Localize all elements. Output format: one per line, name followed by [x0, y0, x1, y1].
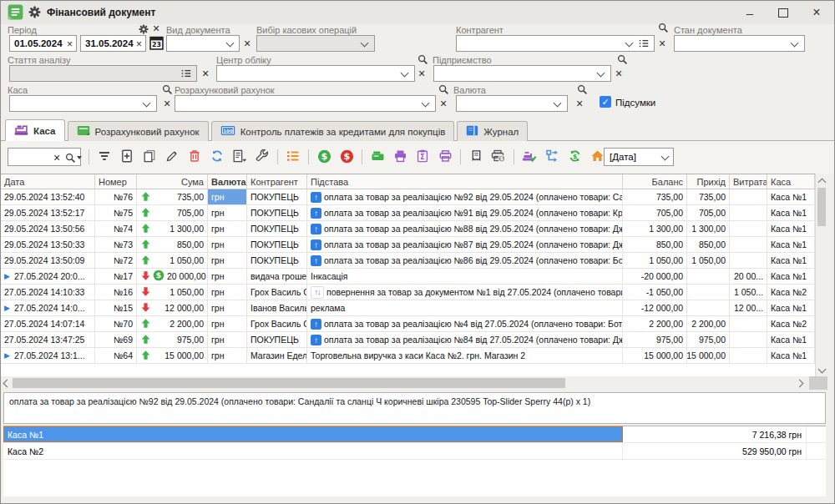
- calendar-icon[interactable]: 23: [149, 35, 164, 54]
- analysis-clear-icon[interactable]: ×: [202, 68, 209, 79]
- table-row[interactable]: 29.05.2024 13:50:09№721 050,00грнПОКУПЕЦ…: [1, 253, 815, 269]
- wrench-icon: [256, 149, 269, 166]
- tab-credits[interactable]: 100Контроль платежів за кредитами для по…: [211, 121, 455, 141]
- table-row[interactable]: 27.05.2024 13:47:25№69975,00грнПОКУПЕЦЬ↑…: [1, 332, 815, 348]
- search-icon[interactable]: [65, 152, 76, 167]
- toolbar-report-button[interactable]: [230, 149, 250, 167]
- account-clear-icon[interactable]: ×: [440, 98, 447, 109]
- maximize-button[interactable]: [774, 4, 792, 21]
- counterparty-clear-icon[interactable]: ×: [659, 38, 665, 49]
- table-row[interactable]: 29.05.2024 13:52:17№75705,00грнПОКУПЕЦЬ↑…: [1, 205, 815, 221]
- period-from-field[interactable]: 01.05.2024×: [9, 35, 77, 52]
- column-header-2[interactable]: Номер: [95, 174, 137, 189]
- tab-account[interactable]: Розрахунковий рахунок: [68, 121, 209, 141]
- cash-ops-select[interactable]: [256, 35, 375, 52]
- column-header-1[interactable]: Дата: [1, 174, 95, 189]
- cell-income: [687, 300, 730, 316]
- horizontal-scrollbar[interactable]: [1, 376, 807, 390]
- table-row[interactable]: ▶27.05.2024 14:0...№1512 000,00грнІванов…: [1, 300, 815, 316]
- table-row[interactable]: 27.05.2024 14:10:33№161 050,00грнГрох Ва…: [1, 285, 815, 300]
- vertical-scrollbar[interactable]: [815, 174, 827, 376]
- toolbar-dollar-out-button[interactable]: $: [337, 149, 357, 167]
- scroll-down-icon[interactable]: [818, 365, 827, 374]
- toolbar-cash-register-check-button[interactable]: [519, 149, 539, 167]
- period-settings-gear-icon[interactable]: [139, 23, 149, 38]
- center-select[interactable]: [216, 65, 415, 82]
- minimize-button[interactable]: –: [741, 4, 759, 21]
- cell-income: [687, 285, 730, 300]
- summary-row[interactable]: Каса №2529 950,00 грн: [3, 443, 826, 460]
- column-header-6[interactable]: Підстава: [307, 174, 623, 189]
- cell-basis: Інкасація: [307, 269, 623, 285]
- toolbar-receipt-button[interactable]: [466, 149, 486, 167]
- doc-state-select[interactable]: [674, 35, 805, 52]
- toolbar-wrench-button[interactable]: [252, 149, 272, 167]
- column-header-10[interactable]: Каса: [767, 174, 815, 189]
- toolbar-print-button[interactable]: [390, 149, 410, 167]
- column-header-8[interactable]: Прихід: [687, 174, 730, 189]
- toolbar-refresh-button[interactable]: [207, 149, 227, 167]
- summary-row[interactable]: Каса №17 216,38 грн: [3, 426, 826, 443]
- search-clear-icon[interactable]: ×: [53, 152, 60, 164]
- table-row[interactable]: ▶27.05.2024 20:0...№17$20 000,00грнвидач…: [1, 269, 815, 285]
- settings-gear-icon[interactable]: [28, 6, 41, 22]
- doc-type-select[interactable]: [166, 35, 240, 52]
- enterprise-clear-icon[interactable]: ×: [615, 68, 622, 79]
- tab-journal[interactable]: Журнал: [457, 121, 528, 141]
- toolbar-print-money-button[interactable]: $: [488, 149, 509, 167]
- sort-field-select[interactable]: [Дата]: [604, 148, 674, 166]
- table-row[interactable]: 29.05.2024 13:50:33№73850,00грнПОКУПЕЦЬ↑…: [1, 237, 815, 253]
- toolbar-print-copies-button[interactable]: [435, 149, 455, 167]
- counterparty-search-icon[interactable]: [658, 22, 669, 37]
- scroll-up-icon[interactable]: [818, 179, 827, 187]
- currency-select[interactable]: [456, 95, 568, 112]
- toolbar-copy-button[interactable]: [139, 149, 159, 167]
- scroll-right-icon[interactable]: [796, 380, 804, 388]
- period-to-field[interactable]: 31.05.2024×: [80, 35, 146, 52]
- table-row[interactable]: 29.05.2024 13:50:56№741 300,00грнПОКУПЕЦ…: [1, 221, 815, 237]
- column-header-3[interactable]: Сума: [137, 174, 208, 189]
- analysis-field[interactable]: [9, 65, 197, 82]
- toolbar-add-document-button[interactable]: [117, 149, 137, 167]
- tab-kasa[interactable]: Каса: [5, 119, 65, 141]
- toolbar-dollar-in-button[interactable]: $: [314, 149, 334, 167]
- toolbar-hierarchy-button[interactable]: [542, 149, 562, 167]
- table-row[interactable]: ▶27.05.2024 13:1...№6415 000,00грнМагази…: [1, 348, 815, 364]
- enterprise-select[interactable]: [433, 65, 611, 82]
- table-row[interactable]: 29.05.2024 13:52:40№76735,00грнПОКУПЕЦЬ↑…: [1, 189, 815, 205]
- column-header-9[interactable]: Витрата: [730, 174, 767, 189]
- toolbar-list-button[interactable]: [283, 149, 303, 167]
- toolbar-filter-button[interactable]: [94, 149, 114, 167]
- scroll-left-icon[interactable]: [3, 380, 12, 388]
- expand-row-icon[interactable]: ▶: [4, 351, 10, 360]
- kasa-clear-icon[interactable]: ×: [164, 98, 170, 109]
- period-clear-icon[interactable]: ×: [153, 23, 159, 34]
- column-header-7[interactable]: Баланс: [623, 174, 687, 189]
- doc-type-clear-icon[interactable]: ×: [244, 38, 250, 49]
- toolbar-edit-button[interactable]: [162, 149, 182, 167]
- horizontal-scroll-thumb[interactable]: [13, 378, 565, 388]
- center-clear-icon[interactable]: ×: [418, 68, 425, 79]
- toolbar-exchange-money-button[interactable]: $: [564, 149, 584, 167]
- kasa-select[interactable]: [9, 95, 157, 112]
- currency-clear-icon[interactable]: ×: [576, 98, 583, 109]
- toolbar-report-sigma-button[interactable]: Σ: [412, 149, 433, 167]
- table-row[interactable]: 27.05.2024 14:07:14№702 200,00грнГрох Ва…: [1, 316, 815, 332]
- toolbar-search-input[interactable]: ×: [8, 148, 81, 166]
- expand-row-icon[interactable]: ▶: [4, 272, 10, 280]
- account-select[interactable]: [175, 95, 436, 112]
- expand-row-icon[interactable]: ▶: [4, 304, 10, 312]
- counterparty-combo[interactable]: [456, 35, 655, 52]
- toolbar-delete-button[interactable]: [185, 149, 205, 167]
- totals-checkbox[interactable]: ✓: [600, 96, 611, 108]
- search-options-caret-icon[interactable]: [77, 156, 82, 159]
- column-header-5[interactable]: Контрагент: [247, 174, 307, 189]
- column-header-4[interactable]: Валюта: [208, 174, 247, 189]
- vertical-scroll-thumb[interactable]: [817, 188, 826, 226]
- cell-number: №17: [95, 269, 137, 285]
- list-select-icon[interactable]: [639, 38, 649, 50]
- list-select-icon[interactable]: [181, 68, 191, 80]
- close-button[interactable]: ×: [807, 4, 826, 21]
- toolbar-pos-terminal-button[interactable]: [367, 149, 387, 167]
- cell-number: №74: [95, 221, 137, 237]
